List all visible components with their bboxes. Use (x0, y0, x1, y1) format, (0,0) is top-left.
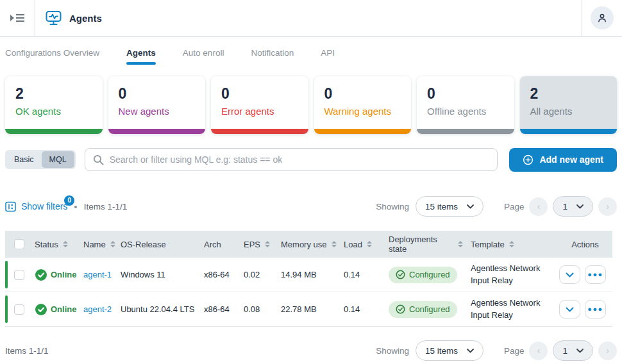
show-filters-label: Show filters (21, 201, 67, 211)
stat-card-error-agents[interactable]: 0 Error agents (211, 76, 308, 134)
page-size-select[interactable]: 15 items (416, 196, 483, 217)
chevron-down-icon (566, 272, 574, 277)
page-size-value: 15 items (425, 346, 458, 356)
stat-count: 0 (324, 85, 412, 103)
agent-stat-cards: 2 OK agents 0 New agents 0 Error agents … (5, 76, 617, 134)
stat-card-offline-agents[interactable]: 0 Offline agents (417, 76, 514, 134)
top-bar: Agents (0, 0, 622, 37)
top-pagination: Showing 15 items Page ‹ 1 › (376, 196, 617, 217)
user-icon (596, 12, 609, 24)
expand-row-button[interactable] (559, 265, 580, 284)
tab-configurations-overview[interactable]: Configurations Overview (5, 46, 99, 65)
deployment-status-badge: Configured (389, 301, 457, 318)
stat-accent-bar (5, 129, 103, 134)
select-all-checkbox[interactable] (14, 239, 24, 249)
page-number-value: 1 (562, 346, 567, 356)
more-actions-button[interactable]: ●●● (585, 265, 606, 284)
showing-label: Showing (376, 202, 409, 211)
stat-card-all-agents[interactable]: 2 All agents (520, 76, 618, 134)
sort-icon[interactable] (110, 241, 115, 247)
sort-icon[interactable] (63, 241, 68, 247)
mql-mode-button[interactable]: MQL (42, 151, 74, 168)
tab-api[interactable]: API (321, 46, 335, 65)
prev-page-button[interactable]: ‹ (529, 342, 548, 360)
sort-icon[interactable] (509, 241, 514, 247)
arch-value: x86-64 (204, 304, 230, 314)
chevron-down-icon (566, 307, 574, 312)
page-number-select[interactable]: 1 (553, 196, 593, 217)
menu-unfold-icon (10, 12, 25, 24)
col-header-os-release: OS-Release (121, 240, 166, 249)
chevron-down-icon (467, 204, 474, 209)
tab-auto-enroll[interactable]: Auto enroll (183, 46, 224, 65)
deployment-status-text: Configured (409, 304, 450, 314)
stat-card-new-agents[interactable]: 0 New agents (108, 76, 206, 134)
stat-label: OK agents (15, 106, 103, 117)
agent-name-link[interactable]: agent-2 (83, 304, 112, 314)
search-input[interactable] (110, 154, 490, 165)
expand-row-button[interactable] (559, 300, 580, 318)
chevron-down-icon (467, 349, 474, 353)
page-number-value: 1 (562, 202, 567, 211)
stat-label: Error agents (221, 106, 308, 117)
user-avatar-button[interactable] (591, 6, 614, 29)
stat-card-ok-agents[interactable]: 2 OK agents (5, 76, 103, 134)
filters-count-badge: 0 (64, 195, 74, 206)
col-header-status: Status (35, 240, 58, 249)
sort-icon[interactable] (265, 241, 270, 247)
page-label: Page (504, 346, 525, 356)
tab-notification[interactable]: Notification (251, 46, 294, 65)
agent-name-link[interactable]: agent-1 (83, 270, 112, 279)
query-mode-toggle: Basic MQL (5, 150, 76, 169)
next-page-button[interactable]: › (598, 197, 617, 216)
add-new-agent-label: Add new agent (539, 154, 603, 165)
col-header-load: Load (344, 240, 362, 249)
stat-count: 0 (221, 85, 308, 103)
stat-count: 2 (530, 85, 618, 103)
table-row-agent-1: Online agent-1 Windows 11 x86-64 0.02 14… (5, 258, 612, 292)
stat-accent-bar (211, 129, 308, 134)
page-title: Agents (69, 13, 102, 24)
showing-label: Showing (376, 346, 409, 356)
tab-agents[interactable]: Agents (126, 46, 156, 65)
col-header-name: Name (83, 240, 106, 249)
search-icon (93, 154, 104, 165)
load-value: 0.14 (344, 304, 360, 314)
template-value: Agentless Network Input Relay (471, 297, 553, 322)
row-checkbox[interactable] (14, 304, 24, 315)
row-checkbox[interactable] (14, 270, 24, 280)
sort-icon[interactable] (367, 241, 372, 247)
page-size-value: 15 items (425, 202, 458, 211)
status-online-icon (35, 303, 47, 316)
add-new-agent-button[interactable]: Add new agent (509, 148, 617, 172)
template-value: Agentless Network Input Relay (471, 263, 553, 287)
stat-label: New agents (119, 106, 206, 117)
prev-page-button[interactable]: ‹ (529, 197, 548, 216)
os-release-value: Ubuntu 22.04.4 LTS (121, 304, 194, 314)
stat-label: All agents (530, 106, 618, 117)
sort-icon[interactable] (332, 241, 337, 247)
col-header-deployments-state: Deployments state (389, 235, 453, 254)
col-header-template: Template (471, 240, 505, 249)
show-filters-button[interactable]: Show filters 0 (5, 201, 67, 212)
dot-separator: • (74, 201, 77, 212)
stat-card-warning-agents[interactable]: 0 Warning agents (314, 76, 412, 134)
search-toolbar: Basic MQL Add new agent (5, 148, 617, 171)
basic-mode-button[interactable]: Basic (6, 151, 42, 168)
stat-accent-bar (314, 129, 412, 134)
table-header-row: Status Name OS-Release Arch EPS Memory u… (5, 231, 612, 258)
page-size-select[interactable]: 15 items (416, 340, 483, 361)
more-actions-button[interactable]: ●●● (585, 300, 606, 318)
next-page-button[interactable]: › (598, 342, 617, 360)
deployment-status-badge: Configured (389, 267, 457, 283)
ellipsis-icon: ●●● (587, 271, 603, 278)
stat-label: Warning agents (324, 106, 412, 117)
eps-value: 0.08 (244, 304, 260, 314)
sidebar-toggle-button[interactable] (0, 0, 35, 36)
page-number-select[interactable]: 1 (553, 340, 593, 361)
stat-accent-bar (108, 129, 206, 134)
eps-value: 0.02 (244, 270, 260, 279)
col-header-actions: Actions (571, 240, 599, 249)
sort-icon[interactable] (458, 241, 463, 247)
tab-bar: Configurations Overview Agents Auto enro… (0, 37, 622, 65)
